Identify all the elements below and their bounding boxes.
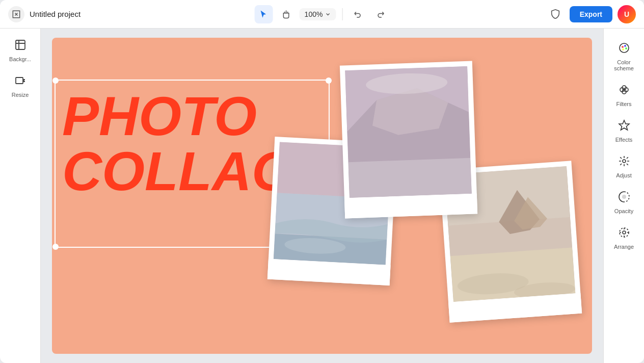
- zoom-control[interactable]: 100%: [300, 8, 336, 20]
- svg-point-30: [622, 195, 626, 199]
- zoom-value: 100%: [305, 10, 323, 18]
- adjust-icon: [618, 155, 630, 170]
- handle-top-right[interactable]: [326, 77, 332, 84]
- right-item-effects[interactable]: Effects: [607, 114, 641, 148]
- project-title: Untitled project: [30, 10, 81, 18]
- right-item-filters-label: Filters: [616, 101, 632, 107]
- app-logo: [8, 6, 24, 22]
- svg-rect-5: [348, 158, 471, 198]
- right-sidebar: Color scheme Filters Effects: [603, 29, 644, 363]
- svg-rect-0: [16, 40, 25, 49]
- handle-bottom-left[interactable]: [52, 244, 59, 250]
- undo-button[interactable]: [348, 5, 367, 23]
- svg-point-20: [622, 46, 624, 48]
- canvas[interactable]: PHOTO COLLAGE: [52, 38, 592, 354]
- color-scheme-icon: [618, 42, 630, 57]
- right-item-adjust-label: Adjust: [616, 172, 632, 178]
- right-item-filters[interactable]: Filters: [607, 79, 641, 112]
- text-line-1: PHOTO: [62, 89, 317, 144]
- sidebar-item-resize-label: Resize: [12, 92, 29, 98]
- export-button[interactable]: Export: [570, 6, 612, 22]
- opacity-icon: [618, 191, 630, 206]
- right-item-effects-label: Effects: [615, 137, 632, 143]
- sidebar-item-background-label: Backgr...: [9, 56, 31, 62]
- svg-point-21: [624, 45, 626, 47]
- right-item-color-scheme[interactable]: Color scheme: [607, 37, 641, 76]
- arrange-icon: [618, 226, 630, 242]
- svg-marker-28: [619, 120, 629, 130]
- canvas-area: PHOTO COLLAGE: [41, 29, 603, 363]
- right-item-opacity[interactable]: Opacity: [607, 186, 641, 219]
- avatar[interactable]: U: [618, 5, 636, 23]
- resize-icon: [14, 74, 26, 90]
- svg-point-29: [623, 160, 626, 163]
- main-layout: Backgr... Resize PHOTO: [0, 29, 644, 363]
- select-tool-button[interactable]: [255, 5, 273, 23]
- left-sidebar: Backgr... Resize: [0, 29, 41, 363]
- right-item-arrange-label: Arrange: [614, 244, 634, 250]
- svg-point-23: [622, 48, 624, 50]
- filters-icon: [618, 84, 630, 99]
- svg-point-22: [625, 47, 627, 49]
- background-icon: [14, 39, 26, 54]
- svg-point-32: [623, 231, 626, 234]
- header-center: 100%: [255, 5, 390, 23]
- polaroid-1[interactable]: [340, 61, 477, 219]
- header-left: Untitled project: [8, 6, 81, 22]
- shield-button[interactable]: [546, 5, 565, 23]
- right-item-opacity-label: Opacity: [614, 208, 633, 214]
- svg-rect-1: [16, 77, 23, 84]
- handle-top-left[interactable]: [52, 77, 59, 84]
- effects-icon: [618, 119, 630, 135]
- header-right: Export U: [546, 5, 636, 23]
- right-item-adjust[interactable]: Adjust: [607, 150, 641, 184]
- redo-button[interactable]: [371, 5, 389, 23]
- divider: [342, 8, 342, 20]
- right-item-arrange[interactable]: Arrange: [607, 221, 641, 255]
- sidebar-item-background[interactable]: Backgr...: [4, 35, 37, 66]
- polaroid-1-image: [345, 66, 472, 198]
- svg-point-19: [620, 43, 629, 53]
- right-item-color-scheme-label: Color scheme: [609, 59, 639, 71]
- header: Untitled project 100% Export U: [0, 0, 644, 29]
- sidebar-item-resize[interactable]: Resize: [4, 70, 37, 102]
- hand-tool-button[interactable]: [277, 5, 296, 23]
